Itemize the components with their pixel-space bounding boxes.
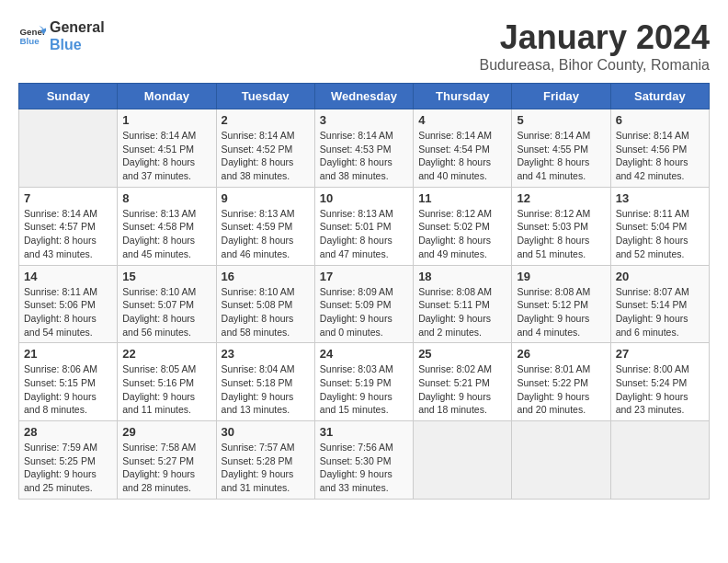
calendar-cell: 17Sunrise: 8:09 AMSunset: 5:09 PMDayligh… [314, 265, 413, 343]
day-info: Sunrise: 8:12 AMSunset: 5:03 PMDaylight:… [517, 207, 605, 261]
day-number: 11 [418, 191, 506, 205]
calendar-cell: 23Sunrise: 8:04 AMSunset: 5:18 PMDayligh… [216, 343, 314, 421]
calendar-cell: 5Sunrise: 8:14 AMSunset: 4:55 PMDaylight… [512, 109, 610, 188]
day-info: Sunrise: 8:13 AMSunset: 5:01 PMDaylight:… [320, 207, 408, 261]
day-info: Sunrise: 8:10 AMSunset: 5:08 PMDaylight:… [222, 285, 310, 339]
logo: General Blue General Blue [18, 18, 105, 53]
day-number: 4 [418, 113, 506, 127]
calendar-cell: 7Sunrise: 8:14 AMSunset: 4:57 PMDaylight… [19, 187, 118, 265]
day-info: Sunrise: 8:06 AMSunset: 5:15 PMDaylight:… [24, 362, 112, 417]
calendar-cell: 26Sunrise: 8:01 AMSunset: 5:22 PMDayligh… [512, 343, 610, 421]
weekday-header: Thursday [414, 84, 512, 109]
day-info: Sunrise: 8:14 AMSunset: 4:57 PMDaylight:… [24, 207, 112, 261]
weekday-header: Monday [118, 84, 216, 109]
calendar-cell: 27Sunrise: 8:00 AMSunset: 5:24 PMDayligh… [610, 343, 709, 421]
calendar-cell: 19Sunrise: 8:08 AMSunset: 5:12 PMDayligh… [512, 265, 610, 343]
day-info: Sunrise: 7:57 AMSunset: 5:28 PMDaylight:… [222, 441, 310, 495]
calendar-cell: 8Sunrise: 8:13 AMSunset: 4:58 PMDaylight… [118, 187, 216, 265]
day-number: 19 [517, 270, 605, 283]
day-number: 5 [517, 113, 605, 127]
page-header: General Blue General Blue January 2024 B… [18, 18, 710, 74]
calendar-cell [512, 421, 610, 500]
calendar-week-row: 21Sunrise: 8:06 AMSunset: 5:15 PMDayligh… [19, 343, 710, 421]
day-number: 15 [122, 270, 210, 283]
title-block: January 2024 Budureasa, Bihor County, Ro… [479, 18, 710, 74]
day-info: Sunrise: 8:13 AMSunset: 4:59 PMDaylight:… [222, 207, 310, 261]
day-info: Sunrise: 8:00 AMSunset: 5:24 PMDaylight:… [616, 362, 704, 417]
day-number: 29 [122, 425, 210, 439]
day-info: Sunrise: 8:09 AMSunset: 5:09 PMDaylight:… [320, 285, 408, 339]
day-info: Sunrise: 8:05 AMSunset: 5:16 PMDaylight:… [122, 362, 210, 417]
day-number: 25 [418, 347, 506, 361]
calendar-cell [19, 109, 118, 188]
weekday-header: Friday [512, 84, 610, 109]
day-number: 27 [616, 347, 704, 361]
weekday-header: Wednesday [314, 84, 413, 109]
calendar-table: SundayMondayTuesdayWednesdayThursdayFrid… [18, 83, 710, 500]
day-info: Sunrise: 8:08 AMSunset: 5:12 PMDaylight:… [517, 285, 605, 339]
weekday-header: Sunday [19, 84, 118, 109]
day-number: 10 [320, 191, 408, 205]
calendar-cell: 28Sunrise: 7:59 AMSunset: 5:25 PMDayligh… [19, 421, 118, 500]
day-info: Sunrise: 8:11 AMSunset: 5:04 PMDaylight:… [616, 207, 704, 261]
svg-text:Blue: Blue [20, 36, 40, 46]
calendar-cell: 4Sunrise: 8:14 AMSunset: 4:54 PMDaylight… [414, 109, 512, 188]
calendar-cell: 13Sunrise: 8:11 AMSunset: 5:04 PMDayligh… [610, 187, 709, 265]
calendar-cell: 24Sunrise: 8:03 AMSunset: 5:19 PMDayligh… [314, 343, 413, 421]
calendar-cell: 14Sunrise: 8:11 AMSunset: 5:06 PMDayligh… [19, 265, 118, 343]
day-info: Sunrise: 8:13 AMSunset: 4:58 PMDaylight:… [122, 207, 210, 261]
day-info: Sunrise: 8:14 AMSunset: 4:55 PMDaylight:… [517, 129, 605, 183]
calendar-cell: 16Sunrise: 8:10 AMSunset: 5:08 PMDayligh… [216, 265, 314, 343]
calendar-cell: 12Sunrise: 8:12 AMSunset: 5:03 PMDayligh… [512, 187, 610, 265]
logo-text: General Blue [50, 18, 105, 53]
day-info: Sunrise: 8:07 AMSunset: 5:14 PMDaylight:… [616, 285, 704, 339]
day-info: Sunrise: 8:14 AMSunset: 4:53 PMDaylight:… [320, 129, 408, 183]
day-number: 14 [24, 270, 112, 283]
calendar-cell: 21Sunrise: 8:06 AMSunset: 5:15 PMDayligh… [19, 343, 118, 421]
day-number: 17 [320, 270, 408, 283]
day-number: 12 [517, 191, 605, 205]
weekday-header-row: SundayMondayTuesdayWednesdayThursdayFrid… [19, 84, 710, 109]
day-info: Sunrise: 8:08 AMSunset: 5:11 PMDaylight:… [418, 285, 506, 339]
calendar-cell: 20Sunrise: 8:07 AMSunset: 5:14 PMDayligh… [610, 265, 709, 343]
day-number: 1 [122, 113, 210, 127]
day-number: 26 [517, 347, 605, 361]
calendar-cell: 3Sunrise: 8:14 AMSunset: 4:53 PMDaylight… [314, 109, 413, 188]
day-number: 30 [222, 425, 310, 439]
day-number: 31 [320, 425, 408, 439]
day-info: Sunrise: 8:12 AMSunset: 5:02 PMDaylight:… [418, 207, 506, 261]
calendar-week-row: 1Sunrise: 8:14 AMSunset: 4:51 PMDaylight… [19, 109, 710, 188]
day-number: 24 [320, 347, 408, 361]
weekday-header: Saturday [610, 84, 709, 109]
day-info: Sunrise: 8:10 AMSunset: 5:07 PMDaylight:… [122, 285, 210, 339]
calendar-cell: 15Sunrise: 8:10 AMSunset: 5:07 PMDayligh… [118, 265, 216, 343]
calendar-cell: 2Sunrise: 8:14 AMSunset: 4:52 PMDaylight… [216, 109, 314, 188]
day-info: Sunrise: 8:01 AMSunset: 5:22 PMDaylight:… [517, 362, 605, 417]
day-number: 22 [122, 347, 210, 361]
location-subtitle: Budureasa, Bihor County, Romania [479, 57, 710, 74]
day-number: 28 [24, 425, 112, 439]
calendar-cell: 18Sunrise: 8:08 AMSunset: 5:11 PMDayligh… [414, 265, 512, 343]
day-info: Sunrise: 8:14 AMSunset: 4:52 PMDaylight:… [222, 129, 310, 183]
logo-icon: General Blue [18, 22, 46, 50]
day-number: 7 [24, 191, 112, 205]
day-info: Sunrise: 7:56 AMSunset: 5:30 PMDaylight:… [320, 441, 408, 495]
day-number: 18 [418, 270, 506, 283]
calendar-cell: 6Sunrise: 8:14 AMSunset: 4:56 PMDaylight… [610, 109, 709, 188]
day-number: 16 [222, 270, 310, 283]
calendar-cell [414, 421, 512, 500]
day-info: Sunrise: 7:58 AMSunset: 5:27 PMDaylight:… [122, 441, 210, 495]
calendar-cell: 11Sunrise: 8:12 AMSunset: 5:02 PMDayligh… [414, 187, 512, 265]
calendar-cell: 22Sunrise: 8:05 AMSunset: 5:16 PMDayligh… [118, 343, 216, 421]
day-info: Sunrise: 8:03 AMSunset: 5:19 PMDaylight:… [320, 362, 408, 417]
day-number: 23 [222, 347, 310, 361]
day-info: Sunrise: 8:14 AMSunset: 4:54 PMDaylight:… [418, 129, 506, 183]
day-info: Sunrise: 8:04 AMSunset: 5:18 PMDaylight:… [222, 362, 310, 417]
day-number: 13 [616, 191, 704, 205]
month-title: January 2024 [479, 18, 710, 57]
day-info: Sunrise: 8:14 AMSunset: 4:56 PMDaylight:… [616, 129, 704, 183]
calendar-cell: 30Sunrise: 7:57 AMSunset: 5:28 PMDayligh… [216, 421, 314, 500]
calendar-cell: 10Sunrise: 8:13 AMSunset: 5:01 PMDayligh… [314, 187, 413, 265]
day-number: 9 [222, 191, 310, 205]
calendar-cell: 31Sunrise: 7:56 AMSunset: 5:30 PMDayligh… [314, 421, 413, 500]
